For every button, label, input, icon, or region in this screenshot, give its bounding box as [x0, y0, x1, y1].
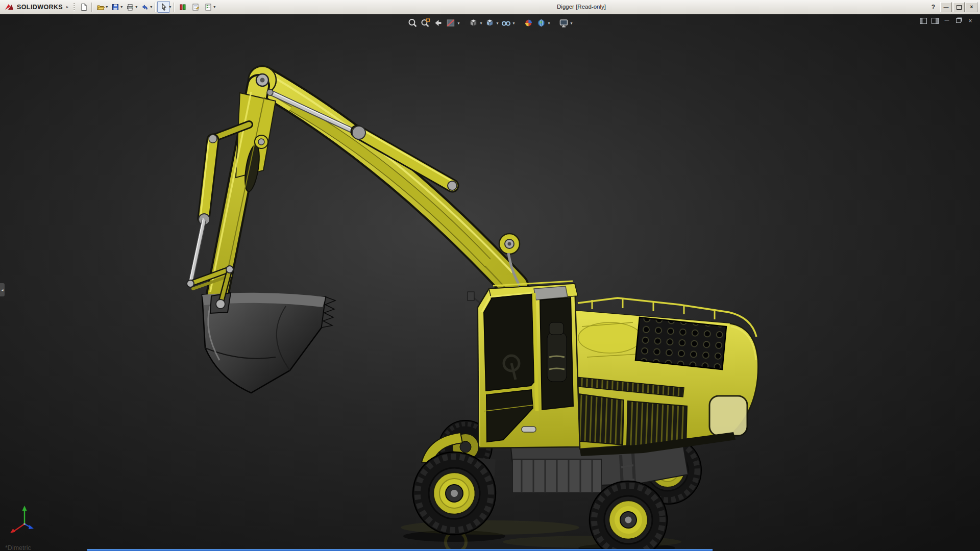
apply-scene-button[interactable] [536, 17, 547, 29]
undo-dropdown-caret[interactable]: ▾ [150, 5, 152, 9]
previous-view-icon [433, 18, 443, 28]
open-button[interactable] [94, 1, 107, 13]
restore-document-button[interactable] [954, 17, 963, 24]
apply-scene-globe-icon [536, 18, 547, 28]
new-document-icon [80, 3, 88, 11]
split-pane-left-button[interactable] [919, 17, 928, 24]
previous-view-button[interactable] [432, 17, 444, 29]
options-dropdown-caret[interactable]: ▾ [213, 5, 215, 9]
brand-area: SOLIDWORKS ▸ [0, 3, 71, 11]
save-button[interactable] [109, 1, 121, 13]
display-style-caret[interactable]: ▾ [496, 21, 498, 26]
edit-appearance-button[interactable] [523, 17, 534, 29]
document-properties-icon [191, 3, 200, 11]
select-button[interactable] [157, 1, 170, 13]
help-icon[interactable]: ? [932, 4, 935, 11]
hide-show-items-caret[interactable]: ▾ [513, 21, 515, 26]
document-properties-button[interactable] [189, 1, 202, 13]
heads-up-toolbar: ▾ ▾ ▾ [407, 17, 573, 29]
main-toolbar: ▾ ▾ ▾ [77, 1, 216, 13]
select-dropdown-caret[interactable]: ▾ [169, 5, 171, 9]
z-axis-arrow [29, 525, 34, 529]
brand-text: SOLIDWORKS [17, 4, 63, 11]
edit-color-icon [179, 3, 187, 11]
section-view-caret[interactable]: ▾ [457, 21, 459, 26]
view-settings-monitor-icon [559, 18, 569, 28]
open-folder-icon [96, 3, 105, 11]
display-style-button[interactable] [484, 17, 495, 29]
view-orientation-button[interactable] [468, 17, 479, 29]
title-bar[interactable]: SOLIDWORKS ▸ ▾ [0, 0, 980, 14]
graphics-area[interactable] [0, 0, 980, 551]
minimize-icon: — [944, 5, 949, 10]
feature-panel-collapse-tab[interactable]: ◄ [0, 283, 5, 296]
zoom-to-area-button[interactable] [420, 17, 431, 29]
options-button[interactable] [202, 1, 214, 13]
undo-icon [141, 3, 149, 11]
edit-appearance-ball-icon [524, 18, 534, 28]
split-pane-right-icon [932, 18, 939, 24]
toolbar-separator [91, 3, 92, 12]
y-axis-arrow [22, 506, 27, 511]
apply-scene-caret[interactable]: ▾ [548, 21, 550, 26]
minimize-window-button[interactable]: — [940, 2, 952, 12]
zoom-to-fit-icon [407, 18, 418, 28]
close-window-button[interactable]: × [966, 2, 977, 12]
view-settings-caret[interactable]: ▾ [571, 21, 573, 26]
print-button[interactable] [124, 1, 136, 13]
side-vent [627, 401, 687, 446]
top-grille [635, 317, 726, 369]
close-document-button[interactable]: × [966, 17, 975, 24]
zoom-to-area-icon [420, 18, 430, 28]
document-window-controls: — × [919, 17, 975, 24]
collapse-arrow-icon: ◄ [1, 288, 4, 292]
x-axis-arrow [10, 529, 15, 533]
toolbar-separator [155, 3, 156, 12]
close-icon: × [970, 5, 973, 10]
window-title: Digger [Read-only] [557, 4, 606, 10]
orientation-triad [7, 502, 48, 542]
save-dropdown-caret[interactable]: ▾ [120, 5, 122, 9]
view-orientation-label: *Dimetric [5, 544, 31, 551]
toolbar-grip[interactable] [74, 3, 75, 11]
toolbar-separator [174, 3, 175, 12]
close-document-icon: × [968, 18, 972, 24]
print-dropdown-caret[interactable]: ▾ [135, 5, 137, 9]
maximize-icon [957, 5, 962, 10]
split-pane-left-icon [920, 18, 927, 24]
windshield [484, 294, 534, 391]
section-view-button[interactable] [445, 17, 456, 29]
menu-expand-icon[interactable]: ▸ [66, 5, 68, 9]
minimize-document-button[interactable]: — [942, 17, 951, 24]
edit-color-button[interactable] [176, 1, 189, 13]
split-pane-right-button[interactable] [930, 17, 940, 24]
window-controls: ? — × [932, 2, 977, 12]
view-orientation-caret[interactable]: ▾ [480, 21, 482, 26]
hide-show-items-button[interactable] [501, 17, 512, 29]
solidworks-window: SOLIDWORKS ▸ ▾ [0, 0, 980, 551]
view-settings-button[interactable] [558, 17, 570, 29]
mirror [468, 292, 474, 300]
open-dropdown-caret[interactable]: ▾ [106, 5, 108, 9]
dassault-3ds-logo-icon [4, 3, 14, 11]
taskbar-sliver [87, 549, 713, 551]
print-icon [126, 3, 134, 11]
undo-button[interactable] [138, 1, 151, 13]
new-document-button[interactable] [77, 1, 90, 13]
select-cursor-icon [160, 3, 168, 11]
minimize-document-icon: — [945, 18, 949, 23]
hide-show-glasses-icon [501, 18, 511, 28]
cab[interactable] [468, 281, 580, 448]
maximize-window-button[interactable] [953, 2, 965, 12]
save-floppy-icon [111, 3, 119, 11]
display-style-icon [484, 18, 495, 28]
section-view-icon [446, 18, 456, 28]
view-orientation-cube-icon [468, 18, 478, 28]
zoom-to-fit-button[interactable] [407, 17, 418, 29]
restore-document-icon [956, 18, 961, 23]
options-icon [204, 3, 212, 11]
rear-window [709, 396, 747, 436]
